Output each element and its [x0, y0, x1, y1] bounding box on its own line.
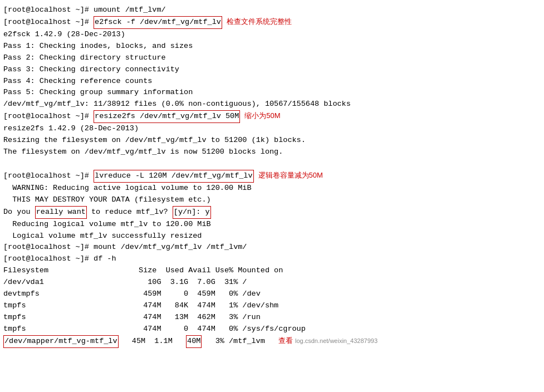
line-really-want: Do you really want to reduce mtf_lv? [y/…	[3, 206, 541, 219]
line-lvreduce: [root@localhost ~]# lvreduce -L 120M /de…	[3, 170, 541, 183]
prompt-3: [root@localhost ~]#	[3, 111, 94, 122]
line-umount: [root@localhost ~]# umount /mtf_lvm/	[3, 4, 541, 16]
line-df-devtmpfs: devtmpfs 459M 0 459M 0% /dev	[3, 288, 541, 300]
yn-highlight: [y/n]: y	[173, 206, 211, 219]
prompt-5: [root@localhost ~]#	[3, 242, 94, 253]
cmd-e2fsck: e2fsck -f /dev/mtf_vg/mtf_lv	[94, 16, 222, 29]
mapper-highlight: /dev/mapper/mtf_vg-mtf_lv	[3, 335, 119, 348]
really-want-highlight: really want	[35, 206, 87, 219]
line-reducing: Reducing logical volume mtf_lv to 120.00…	[3, 219, 541, 231]
line-pass1: Pass 1: Checking inodes, blocks, and siz…	[3, 41, 541, 52]
line-df-tmpfs-shm: tmpfs 474M 84K 474M 1% /dev/shm	[3, 300, 541, 312]
line-success: Logical volume mtf_lv successfully resiz…	[3, 231, 541, 242]
annotation-view: 查看	[278, 335, 293, 346]
line-pass4: Pass 4: Checking reference counts	[3, 76, 541, 87]
size-highlight: 40M	[186, 335, 202, 348]
prompt-1: [root@localhost ~]#	[3, 4, 94, 16]
prompt-2: [root@localhost ~]#	[3, 17, 94, 28]
line-pass3: Pass 3: Checking directory connectivity	[3, 64, 541, 76]
line-df-tmpfs-sys: tmpfs 474M 0 474M 0% /sys/fs/cgroup	[3, 324, 541, 335]
line-mount: [root@localhost ~]# mount /dev/mtf_vg/mt…	[3, 242, 541, 253]
cmd-lvreduce: lvreduce -L 120M /dev/mtf_vg/mtf_lv	[94, 170, 254, 183]
prompt-6: [root@localhost ~]#	[3, 253, 94, 265]
line-df-mapper: /dev/mapper/mtf_vg-mtf_lv 45M 1.1M 40M 3…	[3, 335, 541, 348]
line-df: [root@localhost ~]# df -h	[3, 253, 541, 265]
cmd-resize2fs: resize2fs /dev/mtf_vg/mtf_lv 50M	[94, 110, 240, 123]
annotation-e2fsck: 检查文件系统完整性	[227, 16, 292, 27]
line-df-tmpfs-run: tmpfs 474M 13M 462M 3% /run	[3, 312, 541, 324]
line-blank	[3, 158, 541, 170]
line-warning: WARNING: Reducing active logical volume …	[3, 183, 541, 194]
prompt-4: [root@localhost ~]#	[3, 170, 94, 182]
line-resize-ver: resize2fs 1.42.9 (28-Dec-2013)	[3, 123, 541, 135]
line-pass5: Pass 5: Checking group summary informati…	[3, 87, 541, 99]
watermark: log.csdn.net/weixin_43287993	[295, 336, 378, 346]
terminal-window: [root@localhost ~]# umount /mtf_lvm/ [ro…	[0, 0, 544, 392]
text-e2fsck-ver: e2fsck 1.42.9 (28-Dec-2013)	[3, 29, 125, 41]
cmd-umount: umount /mtf_lvm/	[94, 4, 166, 16]
line-resizing: Resizing the filesystem on /dev/mtf_vg/m…	[3, 135, 541, 146]
line-may-destroy: THIS MAY DESTROY YOUR DATA (filesystem e…	[3, 194, 541, 206]
line-e2fsck: [root@localhost ~]# e2fsck -f /dev/mtf_v…	[3, 16, 541, 29]
line-df-header: Filesystem Size Used Avail Use% Mounted …	[3, 265, 541, 277]
annotation-resize: 缩小为50M	[244, 110, 280, 121]
line-resize2fs: [root@localhost ~]# resize2fs /dev/mtf_v…	[3, 110, 541, 123]
line-filestats: /dev/mtf_vg/mtf_lv: 11/38912 files (0.0%…	[3, 99, 541, 110]
annotation-lvreduce: 逻辑卷容量减为50M	[258, 170, 323, 181]
line-fs-now: The filesystem on /dev/mtf_vg/mtf_lv is …	[3, 146, 541, 158]
line-df-vda1: /dev/vda1 10G 3.1G 7.0G 31% /	[3, 277, 541, 288]
line-pass2: Pass 2: Checking directory structure	[3, 52, 541, 64]
line-e2fsck-ver: e2fsck 1.42.9 (28-Dec-2013)	[3, 29, 541, 41]
